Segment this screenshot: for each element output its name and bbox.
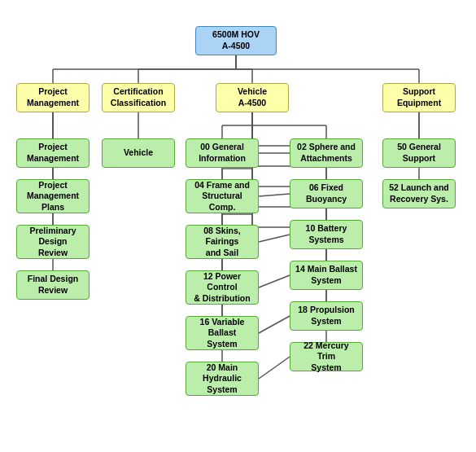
svg-line-70	[259, 275, 290, 287]
node-s2: 52 Launch andRecovery Sys.	[382, 179, 456, 208]
node-cert1: Vehicle	[102, 138, 175, 168]
node-v10: 14 Main BallastSystem	[290, 261, 363, 290]
node-v2: 04 Frame andStructuralComp.	[186, 179, 259, 213]
node-v5: 16 VariableBallastSystem	[186, 316, 259, 350]
node-v11: 18 PropulsionSystem	[290, 301, 363, 331]
node-v3: 08 Skins,Fairingsand Sail	[186, 225, 259, 259]
node-s1: 50 GeneralSupport	[382, 138, 456, 168]
svg-line-69	[259, 235, 290, 242]
node-v6: 20 MainHydraulicSystem	[186, 362, 259, 396]
node-v9: 10 BatterySystems	[290, 220, 363, 249]
node-pm1: ProjectManagement	[16, 138, 90, 168]
node-pm3: PreliminaryDesignReview	[16, 225, 90, 259]
node-root: 6500M HOVA-4500	[195, 26, 277, 55]
node-pm_cat: ProjectManagement	[16, 83, 90, 112]
node-pm2: ProjectManagementPlans	[16, 179, 90, 213]
node-veh_cat: VehicleA-4500	[216, 83, 289, 112]
svg-line-72	[259, 357, 290, 379]
svg-line-68	[259, 194, 290, 196]
node-v1: 00 GeneralInformation	[186, 138, 259, 168]
svg-line-71	[259, 316, 290, 333]
node-v7: 02 Sphere andAttachments	[290, 138, 363, 168]
node-supp_cat: SupportEquipment	[382, 83, 456, 112]
node-cert_cat: CertificationClassification	[102, 83, 175, 112]
node-v12: 22 Mercury TrimSystem	[290, 342, 363, 371]
node-v8: 06 FixedBuoyancy	[290, 179, 363, 208]
node-pm4: Final DesignReview	[16, 270, 90, 300]
node-v4: 12 PowerControl& Distribution	[186, 270, 259, 305]
